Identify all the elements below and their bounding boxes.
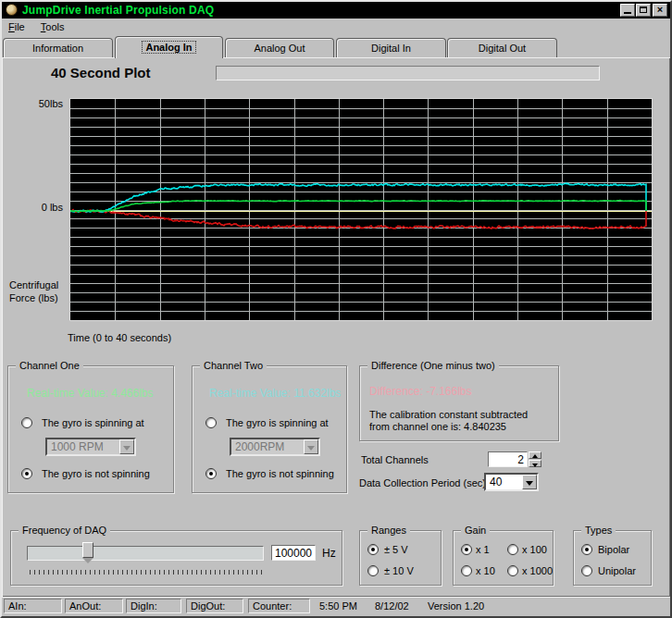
window-title: JumpDrive Inertial Propulsion DAQ [22, 4, 214, 17]
maximize-icon [640, 6, 647, 13]
channel-one-spinning-radio[interactable] [21, 417, 32, 428]
frequency-value-field[interactable]: 100000 [271, 545, 316, 561]
collection-period-label: Data Collection Period (sec): [359, 477, 489, 488]
channel-two-spinning-label[interactable]: The gyro is spinning at [226, 417, 329, 428]
gain-x1-radio[interactable] [461, 544, 472, 555]
difference-title: Difference (One minus two) [367, 360, 499, 371]
status-version: Version 1.20 [428, 600, 484, 612]
chevron-down-icon [307, 446, 315, 454]
channel-two-title: Channel Two [200, 360, 267, 371]
y-axis-title: Centrifugal Force (lbs) [9, 278, 68, 304]
close-button[interactable]: × [653, 4, 667, 17]
channel-one-group: Channel One Real-time Value: 4.466lbs Th… [7, 365, 174, 493]
tab-analog-in[interactable]: Analog In [115, 36, 223, 58]
slider-tick-marks [30, 570, 263, 575]
channel-two-realtime-value: Real-time Value: 11.632lbs [209, 387, 341, 400]
channel-two-not-spinning-radio[interactable] [205, 468, 217, 479]
gain-x10-label[interactable]: x 10 [476, 565, 495, 576]
menu-bar: File Tools [2, 19, 670, 37]
gain-group: Gain x 1 x 10 x 100 x 1000 [453, 530, 554, 586]
difference-group: Difference (One minus two) Difference: -… [359, 365, 559, 441]
channel-two-not-spinning-label[interactable]: The gyro is not spinning [226, 468, 334, 479]
status-digin: DigIn: [126, 599, 181, 613]
total-channels-spin-down[interactable] [529, 460, 541, 467]
type-bipolar-radio[interactable] [581, 544, 592, 555]
difference-value: Difference: -7.166lbs [369, 385, 472, 398]
total-channels-label: Total Channels [361, 454, 429, 465]
status-time: 5:50 PM [319, 600, 357, 612]
total-channels-field[interactable]: 2 [488, 451, 528, 467]
status-counter: Counter: [248, 599, 310, 613]
gain-x1-label[interactable]: x 1 [476, 544, 490, 555]
status-bar: AIn: AnOut: DigIn: DigOut: Counter: 5:50… [2, 597, 670, 616]
types-title: Types [581, 525, 616, 536]
calibration-note: The calibration constant subtracted from… [369, 409, 528, 433]
arrow-down-icon [532, 464, 538, 467]
tab-digital-out[interactable]: Digital Out [447, 38, 557, 57]
type-bipolar-label[interactable]: Bipolar [598, 544, 629, 555]
app-icon [6, 4, 18, 16]
gain-x100-radio[interactable] [507, 544, 518, 555]
type-unipolar-label[interactable]: Unipolar [598, 565, 636, 576]
gain-x100-label[interactable]: x 100 [522, 544, 547, 555]
range-5v-label[interactable]: ± 5 V [384, 544, 408, 555]
frequency-unit-label: Hz [322, 547, 336, 560]
menu-tools[interactable]: Tools [34, 19, 71, 34]
gain-x10-radio[interactable] [461, 565, 472, 576]
channel-one-rpm-dropdown[interactable]: 1000 RPM [45, 438, 136, 456]
channel-one-title: Channel One [16, 360, 83, 371]
analog-in-panel: 40 Second Plot 50lbs 0 lbs Centrifugal F… [2, 57, 670, 597]
titlebar[interactable]: JumpDrive Inertial Propulsion DAQ [2, 2, 670, 19]
tab-information[interactable]: Information [3, 38, 113, 57]
app-window: JumpDrive Inertial Propulsion DAQ × File… [0, 0, 672, 618]
frequency-group: Frequency of DAQ 100000 Hz [10, 530, 342, 586]
status-digout: DigOut: [186, 599, 243, 613]
channel-one-not-spinning-radio[interactable] [21, 468, 32, 479]
frequency-title: Frequency of DAQ [19, 525, 110, 536]
channel-two-rpm-dropdown[interactable]: 2000RPM [230, 438, 320, 456]
frequency-slider-thumb[interactable] [82, 542, 93, 558]
channel-one-spinning-label[interactable]: The gyro is spinning at [42, 417, 144, 428]
types-group: Types Bipolar Unipolar [573, 530, 652, 586]
chevron-down-icon [123, 446, 131, 454]
total-channels-spin-up[interactable] [529, 451, 541, 459]
close-icon: × [653, 4, 666, 15]
status-anout: AnOut: [65, 599, 123, 613]
tab-analog-out[interactable]: Analog Out [225, 38, 334, 57]
channel-two-group: Channel Two Real-time Value: 11.632lbs T… [192, 365, 347, 493]
minimize-button[interactable] [620, 4, 635, 17]
channel-one-rpm-dropdown-button[interactable] [119, 439, 134, 454]
frequency-slider-track[interactable] [27, 546, 264, 561]
range-10v-radio[interactable] [367, 565, 379, 576]
tab-digital-in[interactable]: Digital In [336, 38, 446, 57]
plot-heading: 40 Second Plot [51, 65, 151, 80]
plot-canvas [70, 99, 652, 320]
channel-one-not-spinning-label[interactable]: The gyro is not spinning [42, 468, 150, 479]
minimize-icon [624, 12, 631, 14]
range-5v-radio[interactable] [367, 544, 379, 555]
range-10v-label[interactable]: ± 10 V [384, 565, 414, 576]
y-axis-zero-label: 0 lbs [17, 202, 63, 213]
menu-file[interactable]: File [2, 19, 31, 34]
y-axis-max-label: 50lbs [17, 98, 63, 109]
channel-two-rpm-dropdown-button[interactable] [304, 439, 318, 454]
channel-one-realtime-value: Real-time Value: 4.466lbs [27, 387, 154, 400]
ranges-title: Ranges [367, 525, 410, 536]
collection-period-dropdown-button[interactable] [522, 475, 537, 489]
plot-area [69, 98, 653, 321]
type-unipolar-radio[interactable] [581, 565, 592, 576]
channel-two-spinning-radio[interactable] [205, 417, 217, 428]
gain-title: Gain [461, 525, 490, 536]
maximize-button[interactable] [636, 4, 651, 17]
gain-x1000-radio[interactable] [507, 565, 518, 576]
gain-x1000-label[interactable]: x 1000 [522, 565, 553, 576]
ranges-group: Ranges ± 5 V ± 10 V [359, 530, 442, 586]
status-ain: AIn: [4, 599, 62, 613]
status-date: 8/12/02 [375, 600, 409, 612]
x-axis-label: Time (0 to 40 seconds) [68, 332, 171, 343]
collection-period-dropdown[interactable]: 40 [484, 473, 539, 491]
chevron-down-icon [526, 481, 533, 489]
arrow-up-icon [532, 454, 538, 458]
plot-progress-bar [216, 66, 600, 80]
